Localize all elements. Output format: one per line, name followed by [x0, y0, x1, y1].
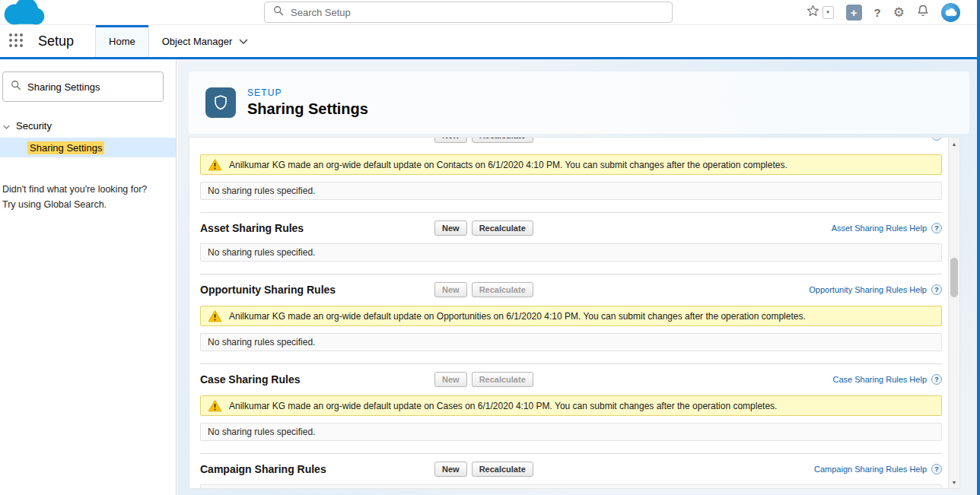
sidebar-search-box	[2, 71, 164, 102]
warning-banner: Anilkumar KG made an org-wide default up…	[200, 306, 942, 326]
page-eyebrow: SETUP	[247, 87, 368, 98]
recalculate-button[interactable]: Recalculate	[472, 282, 533, 297]
help-question-icon[interactable]: ?	[931, 138, 942, 141]
warning-text: Anilkumar KG made an org-wide default up…	[229, 160, 788, 170]
vertical-scrollbar[interactable]: ▲ ▼	[948, 138, 959, 488]
tab-home-label: Home	[109, 36, 135, 47]
page-title: Sharing Settings	[247, 100, 368, 118]
notifications-bell-icon[interactable]	[917, 5, 929, 20]
chevron-down-icon	[3, 120, 10, 132]
new-button[interactable]: New	[434, 372, 467, 387]
sidebar-item-sharing-settings[interactable]: Sharing Settings	[0, 138, 176, 157]
section-help-link[interactable]: Case Sharing Rules Help	[832, 375, 927, 384]
campaign-sharing-rules-section: Campaign Sharing Rules New Recalculate C…	[200, 453, 942, 488]
opportunity-sharing-rules-section: Opportunity Sharing Rules New Recalculat…	[200, 274, 942, 351]
setup-gear-icon[interactable]: ⚙	[893, 6, 905, 19]
global-header: ▾ + ? ⚙	[0, 0, 980, 24]
tab-home[interactable]: Home	[95, 25, 149, 57]
quick-create-plus-icon[interactable]: +	[846, 5, 862, 21]
warning-icon	[208, 399, 222, 412]
recalculate-button[interactable]: Recalculate	[472, 372, 533, 387]
section-title: Asset Sharing Rules	[200, 222, 434, 234]
warning-icon	[208, 309, 222, 322]
page-header-card: SETUP Sharing Settings	[189, 71, 969, 134]
section-title: Campaign Sharing Rules	[200, 463, 434, 475]
help-question-icon[interactable]: ?	[931, 284, 942, 295]
case-sharing-rules-section: Case Sharing Rules New Recalculate Case …	[200, 363, 942, 441]
search-icon	[11, 80, 21, 94]
favorites-dropdown-icon[interactable]: ▾	[822, 6, 834, 19]
help-question-icon[interactable]: ?	[931, 374, 942, 385]
scroll-up-button[interactable]: ▲	[949, 138, 959, 150]
tab-object-manager-label: Object Manager	[162, 36, 233, 47]
sidebar-group-security[interactable]: Security	[0, 117, 176, 134]
sidebar-footer-line1: Didn't find what you're looking for?	[2, 182, 176, 197]
scroll-down-button[interactable]: ▼	[949, 476, 959, 488]
help-icon[interactable]: ?	[874, 6, 881, 19]
global-search-box	[264, 2, 673, 23]
search-icon	[273, 5, 284, 19]
warning-icon	[208, 158, 222, 171]
browser-edge-strip	[977, 0, 980, 495]
favorites-group: ▾	[807, 5, 834, 21]
warning-banner: Anilkumar KG made an org-wide default up…	[200, 395, 942, 416]
chevron-down-icon	[239, 39, 248, 44]
app-name-label: Setup	[38, 33, 74, 49]
no-sharing-rules-row: No sharing rules specified.	[200, 484, 942, 488]
no-sharing-rules-row: No sharing rules specified.	[200, 333, 942, 351]
setup-sidebar: Security Sharing Settings Didn't find wh…	[0, 59, 177, 495]
shield-icon	[205, 87, 236, 118]
sidebar-footer-note: Didn't find what you're looking for? Try…	[0, 182, 176, 212]
clipped-contact-section-header: New Recalculate ?	[200, 138, 942, 144]
no-sharing-rules-row: No sharing rules specified.	[200, 423, 942, 441]
tab-object-manager[interactable]: Object Manager	[149, 25, 262, 57]
section-help-link[interactable]: Campaign Sharing Rules Help	[814, 465, 927, 474]
help-question-icon[interactable]: ?	[931, 223, 942, 233]
help-question-icon[interactable]: ?	[931, 464, 942, 474]
section-title: Opportunity Sharing Rules	[200, 284, 434, 296]
global-search-input[interactable]	[291, 7, 663, 18]
setup-nav-bar: Setup Home Object Manager	[0, 24, 980, 59]
sidebar-footer-line2: Try using Global Search.	[2, 197, 176, 212]
new-button[interactable]: New	[434, 138, 467, 143]
user-avatar[interactable]	[941, 3, 960, 22]
warning-text: Anilkumar KG made an org-wide default up…	[229, 401, 777, 411]
warning-text: Anilkumar KG made an org-wide default up…	[229, 311, 806, 322]
scrollbar-thumb[interactable]	[950, 258, 958, 297]
no-sharing-rules-row: No sharing rules specified.	[200, 182, 942, 200]
sharing-rules-panel: New Recalculate ? Anilkumar KG made an o…	[189, 137, 960, 489]
new-button[interactable]: New	[434, 462, 467, 477]
main-content-area: SETUP Sharing Settings New Recalculate ?	[177, 59, 980, 495]
recalculate-button[interactable]: Recalculate	[472, 462, 533, 477]
header-actions: ▾ + ? ⚙	[807, 0, 960, 24]
asset-sharing-rules-section: Asset Sharing Rules New Recalculate Asse…	[200, 212, 942, 262]
warning-banner: Anilkumar KG made an org-wide default up…	[200, 154, 942, 175]
new-button[interactable]: New	[434, 282, 467, 297]
sidebar-item-label: Sharing Settings	[27, 141, 104, 154]
recalculate-button[interactable]: Recalculate	[472, 138, 533, 143]
favorites-star-icon[interactable]	[807, 5, 819, 21]
no-sharing-rules-row: No sharing rules specified.	[200, 243, 942, 262]
section-title: Case Sharing Rules	[200, 373, 434, 386]
sidebar-search-input[interactable]	[27, 81, 155, 93]
section-help-link[interactable]: Opportunity Sharing Rules Help	[809, 285, 927, 294]
app-launcher-icon[interactable]	[9, 33, 24, 49]
sharing-rules-scroll-content: New Recalculate ? Anilkumar KG made an o…	[189, 138, 948, 488]
sidebar-group-label: Security	[16, 120, 52, 132]
salesforce-logo-icon	[0, 0, 49, 30]
new-button[interactable]: New	[434, 221, 467, 236]
section-help-link[interactable]: Asset Sharing Rules Help	[832, 224, 927, 233]
recalculate-button[interactable]: Recalculate	[472, 221, 533, 236]
